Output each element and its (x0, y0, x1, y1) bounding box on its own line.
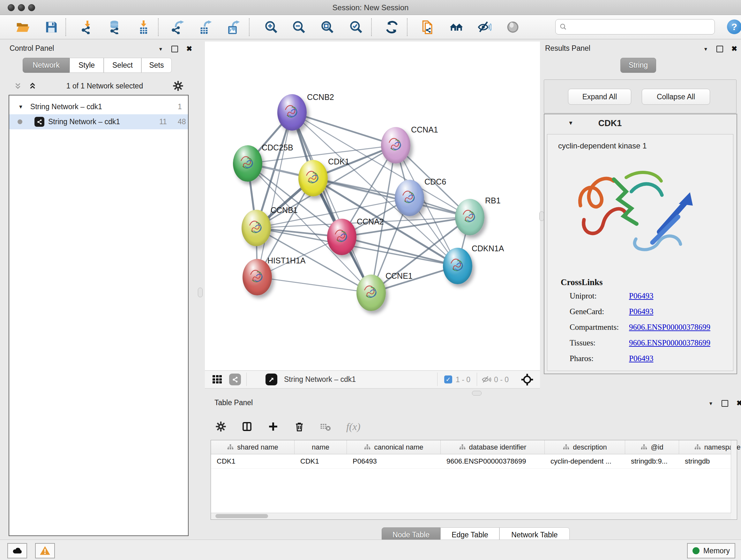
network-node-cdk1[interactable] (298, 160, 328, 196)
help-button[interactable]: ? (727, 19, 741, 34)
network-edge-CCNB2-CCNE1[interactable] (292, 112, 371, 293)
tab-sets[interactable]: Sets (141, 58, 172, 73)
network-collection-row[interactable]: ▼ String Network – cdk1 1 (9, 99, 188, 114)
network-row[interactable]: String Network – cdk1 11 48 (9, 114, 188, 129)
column-header-description[interactable]: description (545, 440, 625, 454)
network-node-ccna1[interactable] (381, 127, 410, 164)
panel-float-icon[interactable] (722, 400, 728, 407)
network-node-rb1[interactable] (455, 199, 484, 235)
expand-all-icon[interactable] (28, 82, 37, 90)
zoom-selected-button[interactable] (349, 20, 363, 35)
crosslink-value-link[interactable]: P06493 (629, 292, 653, 300)
table-cell-name[interactable]: CDK1 (294, 454, 347, 469)
refresh-view-button[interactable] (385, 20, 399, 35)
import-network-from-file-button[interactable] (80, 20, 95, 35)
birds-eye-view-button[interactable] (266, 374, 277, 385)
collapse-all-button[interactable]: Collapse All (642, 89, 710, 105)
network-edge-CCNB2-CCNA1[interactable] (292, 112, 396, 145)
zoom-out-button[interactable] (292, 20, 307, 35)
open-session-button[interactable] (15, 20, 30, 35)
bottom-splitter-handle[interactable] (472, 391, 482, 395)
section-collapse-icon[interactable]: ▼ (568, 120, 574, 126)
grid-view-icon[interactable] (212, 375, 222, 384)
expand-all-button[interactable]: Expand All (568, 89, 631, 105)
network-edge-CDC25B-CDC6[interactable] (248, 164, 409, 198)
network-node-cdc25b[interactable] (233, 145, 262, 182)
panel-float-icon[interactable] (717, 46, 723, 52)
panel-close-icon[interactable]: ✖ (731, 45, 737, 53)
save-session-button[interactable] (44, 20, 59, 35)
table-row[interactable]: CDK1CDK1P064939606.ENSP00000378699cyclin… (211, 454, 731, 469)
table-cell-shared-name[interactable]: CDK1 (211, 454, 294, 469)
selected-checkbox-icon[interactable]: ✓ (444, 375, 452, 383)
column-header-shared-name[interactable]: shared name (211, 440, 294, 454)
warning-button[interactable] (35, 543, 55, 558)
panel-float-icon[interactable] (172, 46, 178, 52)
left-splitter-handle[interactable] (198, 288, 203, 297)
hidden-eye-slash-icon[interactable] (481, 375, 491, 384)
table-cell--id[interactable]: stringdb:9... (625, 454, 679, 469)
panel-menu-icon[interactable]: ▼ (703, 46, 708, 52)
network-node-ccnb2[interactable] (277, 94, 307, 131)
import-string-network-button[interactable] (420, 20, 435, 35)
zoom-fit-button[interactable] (320, 20, 335, 35)
node-table[interactable]: shared namenamecanonical namedatabase id… (211, 440, 737, 520)
add-column-icon[interactable] (268, 421, 279, 432)
table-cell-canonical-name[interactable]: P06493 (347, 454, 441, 469)
crosslink-value-link[interactable]: 9606.ENSP00000378699 (629, 323, 711, 332)
crosshair-icon[interactable] (521, 373, 534, 386)
column-header--id[interactable]: @id (625, 440, 679, 454)
column-header-canonical-name[interactable]: canonical name (347, 440, 441, 454)
memory-button[interactable]: Memory (687, 543, 735, 558)
import-table-from-file-button[interactable] (136, 20, 151, 35)
tab-style[interactable]: Style (70, 58, 104, 73)
table-cell-description[interactable]: cyclin-dependent ... (545, 454, 625, 469)
panel-menu-icon[interactable]: ▼ (158, 46, 163, 52)
table-cell-database-identifier[interactable]: 9606.ENSP00000378699 (441, 454, 545, 469)
column-header-name[interactable]: name (294, 440, 347, 454)
horizontal-scrollbar[interactable] (211, 513, 731, 519)
table-gear-icon[interactable] (215, 421, 226, 432)
delete-table-icon[interactable] (320, 421, 331, 432)
network-node-cdc6[interactable] (395, 180, 424, 216)
network-node-ccne1[interactable] (356, 274, 386, 311)
tab-network[interactable]: Network (23, 58, 70, 73)
panel-menu-icon[interactable]: ▼ (709, 401, 713, 406)
network-edge-CCNE1-HIST1H1A[interactable] (257, 277, 371, 293)
first-neighbors-button[interactable] (449, 20, 464, 35)
collapse-all-icon[interactable] (14, 82, 22, 90)
export-table-to-file-button[interactable] (199, 20, 213, 35)
tree-expander-icon[interactable]: ▼ (18, 104, 23, 110)
crosslink-value-link[interactable]: P06493 (629, 354, 653, 363)
export-network-to-file-button[interactable] (171, 20, 185, 35)
string-tab-label[interactable]: String (620, 58, 656, 73)
delete-column-icon[interactable] (294, 421, 305, 432)
share-view-button[interactable] (229, 374, 241, 385)
column-header-database-identifier[interactable]: database identifier (441, 440, 545, 454)
import-network-from-database-button[interactable] (108, 20, 122, 35)
panel-close-icon[interactable]: ✖ (737, 399, 741, 408)
panel-close-icon[interactable]: ✖ (186, 45, 192, 53)
results-tab-string[interactable]: String (620, 58, 656, 73)
crosslink-value-link[interactable]: P06493 (629, 307, 653, 316)
search-field[interactable] (555, 19, 715, 35)
cloud-button[interactable] (7, 543, 27, 558)
function-builder-button[interactable]: f(x) (346, 421, 360, 433)
show-columns-icon[interactable] (242, 421, 253, 432)
hide-selected-button[interactable] (477, 20, 492, 35)
show-graphics-details-button[interactable] (506, 20, 520, 35)
export-image-button[interactable] (226, 20, 241, 35)
gear-icon[interactable] (173, 80, 184, 91)
tab-select[interactable]: Select (104, 58, 141, 73)
vertical-scrollbar[interactable] (731, 440, 737, 519)
network-view-canvas[interactable]: CCNB2 CCNA1 CDC25B CDK1 CDC6 RB1 (205, 42, 540, 370)
crosslink-value-link[interactable]: 9606.ENSP00000378699 (629, 338, 711, 348)
network-node-ccna2[interactable] (327, 219, 356, 255)
search-input[interactable] (567, 22, 705, 31)
zoom-in-button[interactable] (264, 20, 279, 35)
scrollbar-thumb[interactable] (215, 514, 268, 518)
gene-section-header[interactable]: ▼ CDK1 (544, 114, 737, 132)
network-node-ccnb1[interactable] (242, 210, 271, 246)
control-panel-header-icons: ▼ ✖ (158, 45, 192, 53)
network-node-cdkn1a[interactable] (443, 248, 472, 284)
